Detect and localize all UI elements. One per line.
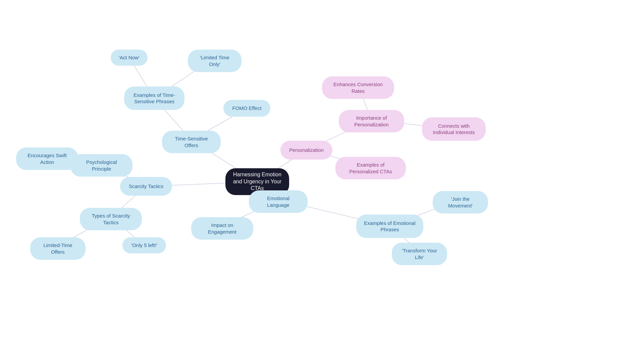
node-examples-time-phrases: Examples of Time-Sensitive Phrases [124, 86, 184, 110]
node-importance-personalization: Importance of Personalization [339, 110, 404, 132]
node-personalization: Personalization [280, 141, 332, 160]
mind-map: Harnessing Emotion and Urgency in Your C… [0, 0, 644, 363]
node-types-scarcity: Types of Scarcity Tactics [80, 208, 142, 230]
node-join-movement: 'Join the Movement' [433, 191, 488, 214]
node-only-5-left: 'Only 5 left!' [122, 237, 166, 253]
node-transform-life: 'Transform Your Life' [392, 243, 447, 265]
node-act-now: 'Act Now' [111, 50, 148, 66]
node-examples-emotional: Examples of Emotional Phrases [356, 215, 423, 238]
node-examples-personalized: Examples of Personalized CTAs [335, 157, 406, 179]
node-limited-time-only: 'Limited Time Only' [188, 50, 241, 72]
connections-svg [0, 0, 644, 363]
node-scarcity-tactics: Scarcity Tactics [120, 177, 172, 196]
node-psychological-principle: Psychological Principle [70, 154, 132, 177]
node-time-sensitive-offers: Time-Sensitive Offers [162, 131, 221, 153]
node-fomo-effect: FOMO Effect [223, 100, 270, 117]
node-connects-individual: Connects with Individual Interests [422, 117, 486, 141]
node-emotional-language: Emotional Language [249, 190, 308, 213]
node-impact-engagement: Impact on Engagement [191, 217, 253, 240]
node-enhances-conversion: Enhances Conversion Rates [322, 76, 394, 99]
node-limited-time-offers: Limited-Time Offers [30, 237, 86, 260]
node-encourages-swift: Encourages Swift Action [16, 147, 78, 170]
